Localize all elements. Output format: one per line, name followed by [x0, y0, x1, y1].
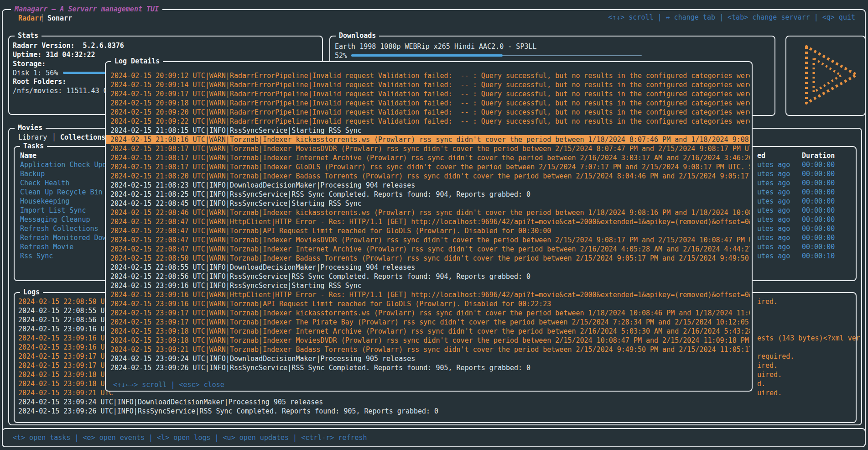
task-name: Housekeeping: [20, 197, 69, 206]
log-detail-row[interactable]: 2024-02-15 21:08:17 UTC|WARN|Torznab|Ind…: [106, 144, 750, 153]
tab-library[interactable]: Library: [18, 133, 47, 142]
stats-root-folder: /nfs/movies: 11511.43 GB: [13, 86, 112, 95]
log-detail-row[interactable]: 2024-02-15 23:09:18 UTC|WARN|Torznab|Ind…: [106, 336, 750, 345]
task-name: Rss Sync: [20, 251, 53, 261]
log-detail-row[interactable]: 2024-02-15 23:09:17 UTC|WARN|Torznab|Ind…: [106, 318, 750, 327]
task-queued-fragment: utes ago: [757, 188, 790, 197]
logs-panel-title: Logs: [20, 288, 43, 297]
task-name: Check Health: [20, 178, 69, 188]
log-row-timestamp: 2024-02-15 23:09:17 UTC: [18, 352, 113, 361]
task-duration: 00:00:00: [802, 197, 835, 206]
log-detail-row[interactable]: 2024-02-15 21:08:20 UTC|WARN|Torznab|Ind…: [106, 172, 750, 181]
log-row-text: 2024-02-15 23:09:26 UTC|INFO|RssSyncServ…: [18, 407, 438, 416]
managarr-screen: Managarr – A Servarr management TUI <↑↓>…: [0, 0, 868, 450]
task-name: Application Check Updat: [20, 160, 115, 169]
task-duration: 00:00:00: [802, 206, 835, 215]
log-row-timestamp: 2024-02-15 22:08:55 UTC: [18, 306, 113, 315]
task-queued-fragment: utes ago: [757, 169, 790, 178]
log-row-tail-fragment: required.: [757, 352, 794, 361]
stats-version: Radarr Version: 5.2.6.8376: [13, 41, 124, 50]
task-queued-fragment: utes ago: [757, 215, 790, 224]
log-detail-row[interactable]: 2024-02-15 22:08:46 UTC|WARN|Torznab|Ind…: [106, 208, 750, 217]
log-detail-row[interactable]: 2024-02-15 22:08:47 UTC|WARN|HttpClient|…: [106, 217, 750, 226]
log-detail-row[interactable]: 2024-02-15 22:08:47 UTC|WARN|Torznab|Ind…: [106, 245, 750, 254]
task-duration: 00:00:00: [802, 224, 835, 233]
movies-tab-separator: │: [52, 133, 56, 142]
log-detail-row[interactable]: 2024-02-15 23:09:16 UTC|WARN|Torznab|API…: [106, 299, 750, 309]
log-details-modal-title: Log Details: [111, 57, 163, 66]
logo-panel: [785, 36, 866, 116]
log-detail-row[interactable]: 2024-02-15 22:08:50 UTC|WARN|Torznab|Ind…: [106, 254, 750, 263]
task-duration: 00:00:00: [802, 169, 835, 178]
task-duration: 00:00:00: [802, 178, 835, 188]
log-detail-row[interactable]: 2024-02-15 21:08:25 UTC|INFO|RssSyncServ…: [106, 190, 750, 199]
log-detail-row[interactable]: 2024-02-15 20:09:18 UTC|WARN|RadarrError…: [106, 99, 750, 108]
task-queued-fragment: utes ago: [757, 178, 790, 188]
task-name: Refresh Collections: [20, 224, 99, 233]
download-progress-gauge: [351, 54, 503, 57]
log-row-timestamp: 2024-02-15 23:09:18 UTC: [18, 379, 113, 388]
top-keybind-hints: <↑↓> scroll | ↔ change tab | <tab> chang…: [608, 13, 855, 22]
task-name: Backup: [20, 169, 45, 178]
log-detail-row[interactable]: 2024-02-15 20:09:20 UTC|WARN|RadarrError…: [106, 108, 750, 117]
log-detail-row[interactable]: 2024-02-15 22:08:47 UTC|WARN|Torznab|API…: [106, 226, 750, 235]
log-detail-row[interactable]: 2024-02-15 23:09:16 UTC|INFO|RssSyncServ…: [106, 281, 750, 290]
downloads-panel-title: Downloads: [336, 31, 379, 40]
log-detail-row[interactable]: 2024-02-15 21:08:15 UTC|INFO|RssSyncServ…: [106, 126, 750, 135]
log-detail-row[interactable]: 2024-02-15 23:09:17 UTC|WARN|Torznab|Ind…: [106, 309, 750, 318]
tasks-name-header: Name: [20, 151, 36, 160]
log-row-tail-fragment: ired.: [757, 361, 778, 370]
log-row-timestamp: 2024-02-15 23:09:18 UTC: [18, 370, 113, 379]
log-row-text: 2024-02-15 23:09:24 UTC|INFO|DownloadDec…: [18, 398, 323, 407]
log-row-timestamp: 2024-02-15 22:08:56 UTC: [18, 315, 113, 324]
task-name: Import List Sync: [20, 206, 86, 215]
log-details-modal: Log Details 2024-02-15 20:09:12 UTC|WARN…: [105, 61, 753, 392]
log-detail-row[interactable]: 2024-02-15 21:08:17 UTC|WARN|Torznab|Ind…: [106, 162, 750, 172]
task-queued-fragment: utes ago: [757, 251, 790, 261]
log-detail-row[interactable]: 2024-02-15 22:08:55 UTC|INFO|DownloadDec…: [106, 263, 750, 272]
footer-keybind-hints: <t> open tasks | <e> open events | <l> o…: [13, 433, 367, 442]
log-detail-row[interactable]: 2024-02-15 20:09:17 UTC|WARN|RadarrError…: [106, 89, 750, 99]
stats-storage-label: Storage:: [13, 59, 46, 68]
log-detail-row[interactable]: 2024-02-15 23:09:26 UTC|INFO|RssSyncServ…: [106, 363, 750, 372]
log-detail-row[interactable]: 2024-02-15 21:08:23 UTC|INFO|DownloadDec…: [106, 181, 750, 190]
log-detail-row[interactable]: 2024-02-15 23:09:24 UTC|INFO|DownloadDec…: [106, 354, 750, 363]
task-duration: 00:00:00: [802, 215, 835, 224]
download-percent-label: 52%: [335, 51, 347, 60]
log-detail-row[interactable]: 2024-02-15 23:09:16 UTC|WARN|HttpClient|…: [106, 290, 750, 299]
tab-collections[interactable]: Collections: [60, 133, 105, 142]
task-name: Refresh Movie: [20, 242, 73, 251]
stats-panel-title: Stats: [15, 31, 42, 40]
tab-sonarr[interactable]: Sonarr: [47, 14, 72, 23]
task-queued-fragment: utes ago: [757, 160, 790, 169]
task-duration: 00:00:00: [802, 160, 835, 169]
task-duration: 00:00:00: [802, 233, 835, 242]
log-detail-row[interactable]: 2024-02-15 22:08:47 UTC|WARN|Torznab|Ind…: [106, 235, 750, 245]
log-row-timestamp: 2024-02-15 23:09:17 UTC: [18, 361, 113, 370]
task-name: Clean Up Recycle Bin: [20, 188, 103, 197]
log-detail-row[interactable]: 2024-02-15 23:09:21 UTC|WARN|Torznab|Ind…: [106, 345, 750, 354]
log-row-timestamp: 2024-02-15 23:09:16 UTC: [18, 334, 113, 343]
task-name: Messaging Cleanup: [20, 215, 90, 224]
log-row-tail-fragment: ired.: [757, 297, 778, 306]
log-row-tail-fragment: ests (143 bytes)<?xml ver: [757, 334, 860, 343]
log-row-timestamp: 2024-02-15 23:09:21 UTC: [18, 388, 113, 398]
log-detail-row[interactable]: 2024-02-15 20:09:14 UTC|WARN|RadarrError…: [106, 80, 750, 89]
log-detail-row[interactable]: 2024-02-15 21:08:17 UTC|WARN|Torznab|Ind…: [106, 153, 750, 162]
log-detail-row[interactable]: 2024-02-15 20:09:12 UTC|WARN|RadarrError…: [106, 71, 750, 80]
log-detail-row-selected[interactable]: 2024-02-15 21:08:16 UTC|WARN|Torznab|Ind…: [106, 135, 750, 144]
log-row-tail-fragment: uired.: [757, 388, 782, 398]
log-row-timestamp: 2024-02-15 23:09:16 UTC: [18, 343, 113, 352]
log-detail-row[interactable]: 2024-02-15 23:09:18 UTC|WARN|Torznab|Ind…: [106, 327, 750, 336]
stats-disk-line: Disk 1: 56%: [13, 68, 58, 78]
download-item-title[interactable]: Earth 1998 1080p WEBRip x265 Hindi AAC2.…: [335, 42, 537, 51]
log-detail-row[interactable]: 2024-02-15 22:08:45 UTC|INFO|RssSyncServ…: [106, 199, 750, 208]
tasks-panel-title: Tasks: [20, 141, 47, 151]
task-duration: 00:00:10: [802, 251, 835, 261]
log-detail-row[interactable]: 2024-02-15 20:09:22 UTC|WARN|RadarrError…: [106, 117, 750, 126]
task-queued-fragment: utes ago: [757, 242, 790, 251]
tab-radarr[interactable]: Radarr: [18, 14, 43, 23]
footer-bar: <t> open tasks | <e> open events | <l> o…: [2, 428, 866, 447]
log-detail-row[interactable]: 2024-02-15 22:08:56 UTC|INFO|RssSyncServ…: [106, 272, 750, 281]
tasks-queued-header-fragment: ed: [757, 151, 765, 160]
